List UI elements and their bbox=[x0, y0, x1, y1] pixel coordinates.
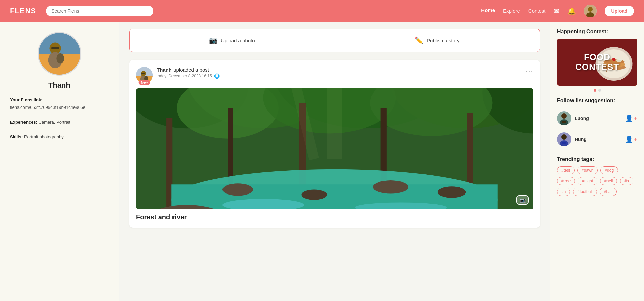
sidebar-right: Happening Contest: FOOD bbox=[550, 22, 644, 301]
nav-home[interactable]: Home bbox=[481, 7, 495, 14]
follow-button-hung[interactable]: 👤+ bbox=[625, 135, 637, 143]
tag-night[interactable]: #night bbox=[578, 177, 597, 185]
camera-icon: 📷 bbox=[209, 36, 217, 44]
upload-photo-button[interactable]: 📷 Upload a photo bbox=[130, 29, 335, 52]
follow-avatar-luong bbox=[557, 111, 571, 125]
post-timestamp: today, December 8-2023 16:15 bbox=[157, 74, 212, 78]
post-time: today, December 8-2023 16:15 🌐 bbox=[157, 73, 526, 79]
svg-point-1 bbox=[588, 7, 593, 12]
follow-name-luong: Luong bbox=[575, 116, 622, 121]
upload-bar: 📷 Upload a photo ✏️ Publish a story bbox=[129, 29, 540, 52]
tag-football[interactable]: #football bbox=[573, 188, 597, 196]
contest-dots bbox=[557, 89, 637, 92]
svg-point-37 bbox=[373, 180, 408, 194]
camera-watermark-icon: 📷 bbox=[516, 195, 529, 205]
upload-button[interactable]: Upload bbox=[605, 6, 634, 16]
post-title: Forest and river bbox=[136, 213, 533, 221]
notifications-icon[interactable]: 🔔 bbox=[567, 7, 576, 15]
dot-2[interactable] bbox=[598, 89, 601, 92]
logo: FLENS bbox=[10, 7, 36, 15]
tag-ball[interactable]: #ball bbox=[600, 188, 617, 196]
post-card: New Thanh uploaded a post today, Decembe… bbox=[129, 60, 540, 228]
sidebar-left: Thanh Your Flens link: flens.com/653fc76… bbox=[0, 22, 119, 301]
tag-dawn[interactable]: #dawn bbox=[577, 166, 598, 174]
svg-point-35 bbox=[222, 183, 253, 196]
svg-point-38 bbox=[438, 186, 466, 198]
tag-test[interactable]: #test bbox=[557, 166, 575, 174]
search-input[interactable] bbox=[46, 6, 153, 16]
svg-point-53 bbox=[561, 113, 567, 119]
tag-tree[interactable]: #tree bbox=[557, 177, 575, 185]
publish-story-label: Publish a story bbox=[427, 38, 459, 43]
post-more-button[interactable]: ··· bbox=[526, 67, 533, 75]
follow-name-hung: Hung bbox=[575, 137, 622, 142]
svg-point-36 bbox=[301, 189, 327, 200]
publish-story-button[interactable]: ✏️ Publish a story bbox=[335, 29, 540, 52]
center-feed: 📷 Upload a photo ✏️ Publish a story bbox=[119, 22, 550, 301]
svg-rect-8 bbox=[51, 47, 59, 49]
svg-rect-14 bbox=[141, 73, 145, 74]
tag-b[interactable]: #b bbox=[620, 177, 633, 185]
header: FLENS Home Explore Contest ✉ 🔔 Upload bbox=[0, 0, 644, 22]
post-author-avatar: New bbox=[136, 67, 153, 84]
tag-hell[interactable]: #hell bbox=[600, 177, 617, 185]
trending-title: Trending tags: bbox=[557, 156, 637, 162]
post-action: uploaded a post bbox=[173, 67, 209, 73]
skills-value: Portrait photography bbox=[24, 134, 64, 139]
follow-avatar-hung bbox=[557, 132, 571, 146]
follow-section-title: Follow list suggestion: bbox=[557, 98, 637, 104]
new-badge: New bbox=[139, 80, 150, 85]
svg-point-9 bbox=[56, 53, 64, 64]
contest-section-title: Happening Contest: bbox=[557, 29, 637, 35]
user-avatar[interactable] bbox=[584, 5, 597, 17]
post-meta: Thanh uploaded a post today, December 8-… bbox=[157, 67, 526, 79]
nav-explore[interactable]: Explore bbox=[503, 8, 520, 14]
experiences-label: Experiences: bbox=[10, 120, 37, 125]
post-author-text: Thanh uploaded a post bbox=[157, 67, 526, 73]
post-image: 📷 bbox=[136, 88, 533, 209]
main-layout: Thanh Your Flens link: flens.com/653fc76… bbox=[0, 22, 644, 301]
svg-rect-55 bbox=[562, 121, 566, 123]
link-label: Your Flens link: bbox=[10, 97, 43, 102]
header-nav: Home Explore Contest ✉ 🔔 Upload bbox=[160, 5, 634, 17]
experiences-value: Camera, Portrait bbox=[39, 120, 70, 125]
search-container bbox=[46, 6, 153, 16]
profile-name: Thanh bbox=[10, 81, 109, 90]
svg-rect-59 bbox=[562, 142, 566, 144]
profile-link: flens.com/653fc769943f19b91c4e966e bbox=[10, 104, 109, 111]
post-author-name: Thanh bbox=[157, 67, 172, 73]
edit-icon: ✏️ bbox=[415, 36, 423, 44]
follow-button-luong[interactable]: 👤+ bbox=[625, 114, 637, 122]
dot-1[interactable] bbox=[594, 89, 596, 92]
contest-banner[interactable]: FOOD CONTEST bbox=[557, 39, 637, 86]
follow-item-luong: Luong 👤+ bbox=[557, 108, 637, 129]
skills-label: Skills: bbox=[10, 134, 23, 139]
trending-tags-section: Trending tags: #test #dawn #dog #tree #n… bbox=[557, 156, 637, 196]
profile-avatar bbox=[38, 32, 81, 76]
svg-point-57 bbox=[561, 134, 567, 140]
tag-a[interactable]: #a bbox=[557, 188, 570, 196]
tags-grid: #test #dawn #dog #tree #night #hell #b #… bbox=[557, 166, 637, 196]
contest-title: FOOD CONTEST bbox=[575, 52, 619, 72]
nav-contest[interactable]: Contest bbox=[528, 8, 546, 14]
post-header: New Thanh uploaded a post today, Decembe… bbox=[136, 67, 533, 84]
follow-item-hung: Hung 👤+ bbox=[557, 129, 637, 150]
messages-icon[interactable]: ✉ bbox=[554, 7, 559, 15]
upload-photo-label: Upload a photo bbox=[221, 38, 255, 43]
tag-dog[interactable]: #dog bbox=[600, 166, 618, 174]
profile-info: Your Flens link: flens.com/653fc769943f1… bbox=[10, 96, 109, 141]
globe-icon: 🌐 bbox=[214, 73, 220, 79]
